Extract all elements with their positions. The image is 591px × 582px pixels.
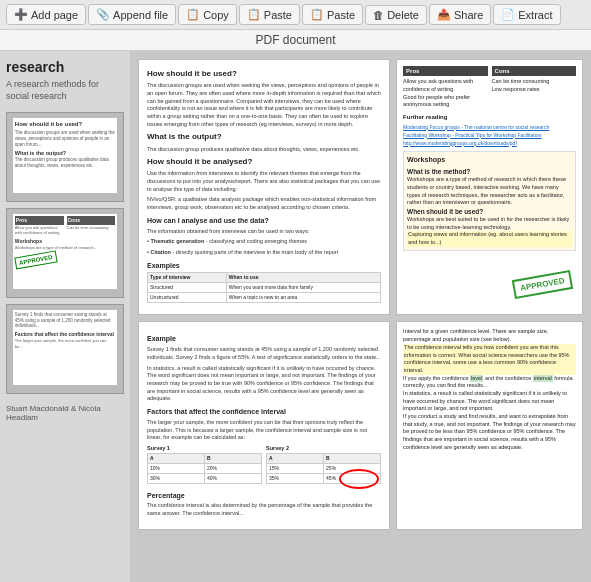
- percentage-header: Percentage: [147, 491, 381, 501]
- page4-p2: The confidence interval tells you how co…: [403, 344, 576, 375]
- page1-citation: • Citation - directly quoting parts of t…: [147, 249, 381, 257]
- pdf-page-4[interactable]: Interval for a given confidence level. T…: [396, 321, 583, 529]
- page3-example-text: Survey 1 finds that consumer saving stan…: [147, 346, 381, 361]
- reading-link-1[interactable]: Moderating Focus groups - The national c…: [403, 124, 576, 131]
- delete-button[interactable]: 🗑 Delete: [365, 5, 427, 25]
- content-area[interactable]: How should it be used? The discussion gr…: [130, 51, 591, 582]
- cons-text: Can be time consuming: [492, 78, 576, 86]
- survey1-label: Survey 1: [147, 445, 262, 453]
- extract-button[interactable]: 📄 Extract: [493, 4, 560, 25]
- page1-p2: The discussion group produces qualitativ…: [147, 146, 381, 154]
- paste-outline-icon: 📋: [247, 8, 261, 21]
- share-button[interactable]: 📤 Share: [429, 4, 491, 25]
- page1-h3-examples: Examples: [147, 261, 381, 271]
- sidebar-thumbnail-2[interactable]: Pros Allow you ask questions with confid…: [6, 208, 124, 298]
- page1-p4: NVivo/QSR: a qualitative data analysis p…: [147, 196, 381, 211]
- pros-cons-section: Pros Allow you ask questions with confid…: [403, 66, 576, 109]
- reading-link-2[interactable]: Facilitating Workshop - Practical Tips f…: [403, 132, 576, 139]
- survey2-column: Survey 2 AB 15%25% 35%45%: [266, 445, 381, 487]
- survey-comparison: Survey 1 AB 10%20% 30%40% Survey 2 AB 15…: [147, 445, 381, 487]
- sidebar-author: Stuart Macdonald & Nicola Headlam: [6, 404, 124, 422]
- page4-intro: Interval for a given confidence level. T…: [403, 328, 576, 343]
- pros-text2: Good for people who prefer anonymous set…: [403, 94, 487, 109]
- survey1-column: Survey 1 AB 10%20% 30%40%: [147, 445, 262, 487]
- document-title: PDF document: [255, 33, 335, 47]
- when-used-text: Workshops are best suited to be used in …: [407, 216, 572, 231]
- table-row: 30%40%: [148, 473, 262, 483]
- share-icon: 📤: [437, 8, 451, 21]
- pros-column: Pros Allow you ask questions with confid…: [403, 66, 487, 109]
- table-row: Structured When you want more data from …: [148, 283, 381, 293]
- page1-thematic: • Thematic generation - classifying and …: [147, 238, 381, 246]
- paste-outline-button[interactable]: 📋 Paste: [239, 4, 300, 25]
- workshops-header: Workshops: [407, 155, 572, 165]
- when-used-header: When should it be used?: [407, 207, 572, 216]
- delete-icon: 🗑: [373, 9, 384, 21]
- extract-icon: 📄: [501, 8, 515, 21]
- page-row-2: Example Survey 1 finds that consumer sav…: [138, 321, 583, 529]
- thumbnail-content-1: How should it be used? The discussion gr…: [13, 118, 117, 193]
- approved-stamp: APPROVED: [512, 270, 573, 299]
- percentage-text: The confidence interval is also determin…: [147, 502, 381, 517]
- page1-p3: Use the information from interviews to i…: [147, 170, 381, 193]
- capturing-text: Capturing views and information (eg. abo…: [407, 231, 572, 246]
- table-row: 10%20%: [148, 463, 262, 473]
- sidebar-title: research: [6, 59, 124, 75]
- page-row-1: How should it be used? The discussion gr…: [138, 59, 583, 315]
- survey2-label: Survey 2: [266, 445, 381, 453]
- main-area: research A research methods for social r…: [0, 51, 591, 582]
- page3-example-label: Example: [147, 334, 381, 344]
- page1-h2-3: How should it be analysed?: [147, 156, 381, 167]
- page1-h2-1: How should it be used?: [147, 68, 381, 79]
- thumbnail-content-2: Pros Allow you ask questions with confid…: [13, 214, 117, 289]
- pros-header: Pros: [403, 66, 487, 76]
- pdf-page-2[interactable]: Pros Allow you ask questions with confid…: [396, 59, 583, 315]
- add-page-button[interactable]: ➕ Add page: [6, 4, 86, 25]
- page1-p1: The discussion groups are used when seek…: [147, 82, 381, 128]
- sidebar: research A research methods for social r…: [0, 51, 130, 582]
- method-text: Workshops are a type of method of resear…: [407, 176, 572, 207]
- page3-factors-text: The larger your sample, the more confide…: [147, 419, 381, 442]
- page1-table: Type of interview When to use Structured…: [147, 272, 381, 303]
- page4-p5: If you conduct a study and find results,…: [403, 413, 576, 451]
- append-file-button[interactable]: 📎 Append file: [88, 4, 176, 25]
- page4-highlight3: interval: [533, 375, 553, 383]
- method-header: What is the method?: [407, 167, 572, 176]
- table-row: Unstructured When a topic is new to an a…: [148, 293, 381, 303]
- thumbnail-content-3: Survey 1 finds that consumer saving stan…: [13, 310, 117, 385]
- page4-highlight1: The confidence interval tells you how co…: [403, 344, 576, 375]
- page1-h2-2: What is the output?: [147, 131, 381, 142]
- further-reading-section: Further reading Moderating Focus groups …: [403, 113, 576, 146]
- paste-button[interactable]: 📋 Paste: [302, 4, 363, 25]
- cons-text2: Low response rates: [492, 86, 576, 94]
- pdf-page-1[interactable]: How should it be used? The discussion gr…: [138, 59, 390, 315]
- sidebar-thumbnail-1[interactable]: How should it be used? The discussion gr…: [6, 112, 124, 202]
- reading-link-3[interactable]: http://www.moderatinggroups.org.uk/downl…: [403, 140, 576, 147]
- pdf-page-3[interactable]: Example Survey 1 finds that consumer sav…: [138, 321, 390, 529]
- paste-icon: 📋: [310, 8, 324, 21]
- title-bar: PDF document: [0, 30, 591, 51]
- page1-p5: The information obtained from interviews…: [147, 228, 381, 236]
- add-icon: ➕: [14, 8, 28, 21]
- workshops-section: Workshops What is the method? Workshops …: [403, 151, 576, 251]
- page4-p3: If you apply the confidence level and th…: [403, 375, 576, 390]
- cons-header: Cons: [492, 66, 576, 76]
- toolbar: ➕ Add page 📎 Append file 📋 Copy 📋 Paste …: [0, 0, 591, 30]
- page4-highlight2: level: [470, 375, 483, 383]
- further-reading-header: Further reading: [403, 113, 576, 121]
- page4-p4: In statistics, a result is called statis…: [403, 390, 576, 413]
- survey1-table: AB 10%20% 30%40%: [147, 453, 262, 484]
- cons-column: Cons Can be time consuming Low response …: [492, 66, 576, 109]
- circle-annotation: [339, 469, 379, 489]
- paperclip-icon: 📎: [96, 8, 110, 21]
- copy-button[interactable]: 📋 Copy: [178, 4, 237, 25]
- sidebar-subtitle: A research methods for social research: [6, 79, 124, 102]
- sidebar-thumbnail-3[interactable]: Survey 1 finds that consumer saving stan…: [6, 304, 124, 394]
- page1-h3-analyse: How can I analyse and use the data?: [147, 216, 381, 226]
- copy-icon: 📋: [186, 8, 200, 21]
- highlighted-capturing: Capturing views and information (eg. abo…: [407, 231, 572, 246]
- page3-factors-header: Factors that affect the confidence inter…: [147, 407, 381, 417]
- page3-cross-tab-text: In statistics, a result is called statis…: [147, 365, 381, 403]
- pros-text: Allow you ask questions with confidence …: [403, 78, 487, 93]
